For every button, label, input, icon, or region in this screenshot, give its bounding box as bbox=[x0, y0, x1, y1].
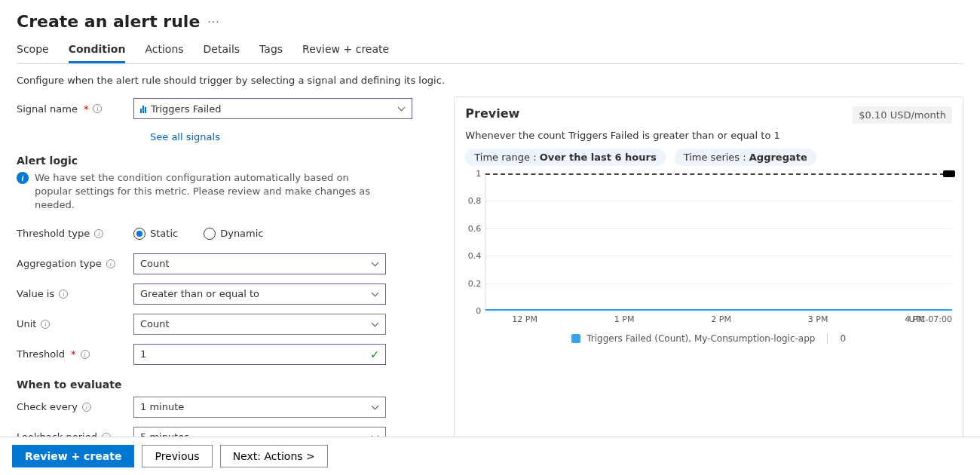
info-icon[interactable]: i bbox=[94, 229, 103, 238]
info-icon[interactable]: i bbox=[81, 350, 90, 359]
legend-value: 0 bbox=[840, 333, 846, 344]
chevron-down-icon bbox=[398, 105, 406, 112]
x-tick: 12 PM bbox=[512, 314, 537, 324]
alert-logic-info-text: We have set the condition configuration … bbox=[35, 171, 381, 213]
tab-bar: Scope Condition Actions Details Tags Rev… bbox=[17, 43, 963, 64]
y-tick: 1 bbox=[476, 169, 485, 179]
value-is-value: Greater than or equal to bbox=[140, 288, 259, 299]
signal-name-value: Triggers Failed bbox=[151, 103, 221, 115]
aggregation-type-value: Count bbox=[140, 258, 170, 269]
threshold-label: Threshold bbox=[17, 348, 65, 360]
required-asterisk: * bbox=[71, 348, 76, 360]
threshold-type-dynamic-label: Dynamic bbox=[220, 228, 263, 239]
previous-button[interactable]: Previous bbox=[142, 445, 212, 467]
chart-plot-area: 1 0.8 0.6 0.4 0.2 0 bbox=[485, 173, 952, 311]
x-tick: 2 PM bbox=[711, 314, 731, 324]
chevron-down-icon bbox=[372, 320, 379, 328]
value-is-dropdown[interactable]: Greater than or equal to bbox=[133, 283, 386, 305]
tab-review-create[interactable]: Review + create bbox=[302, 43, 389, 63]
y-tick: 0.8 bbox=[468, 196, 486, 206]
info-icon[interactable]: i bbox=[82, 403, 91, 412]
form-column: Signal name * i Triggers Failed See all … bbox=[17, 97, 436, 475]
y-tick: 0.2 bbox=[468, 278, 486, 288]
alert-logic-heading: Alert logic bbox=[17, 155, 436, 167]
radio-unchecked-icon bbox=[204, 228, 216, 240]
threshold-value: 1 bbox=[140, 348, 146, 360]
threshold-handle[interactable] bbox=[943, 170, 955, 177]
legend-text: Triggers Failed (Count), My-Consumption-… bbox=[586, 333, 815, 344]
check-every-label: Check every bbox=[17, 401, 78, 412]
preview-chart: 1 0.8 0.6 0.4 0.2 0 12 PM 1 PM 2 PM 3 PM… bbox=[465, 173, 952, 324]
x-tick: 3 PM bbox=[808, 314, 828, 324]
tab-details[interactable]: Details bbox=[204, 43, 240, 63]
preview-description: Whenever the count Triggers Failed is gr… bbox=[465, 130, 952, 141]
time-range-pill[interactable]: Time range : Over the last 6 hours bbox=[465, 149, 665, 166]
legend-swatch bbox=[571, 334, 580, 343]
time-series-value: Aggregate bbox=[749, 152, 807, 163]
time-range-value: Over the last 6 hours bbox=[540, 152, 657, 163]
info-icon: i bbox=[17, 172, 29, 184]
radio-checked-icon bbox=[133, 228, 145, 240]
x-tick: 1 PM bbox=[614, 314, 635, 324]
aggregation-type-label: Aggregation type bbox=[17, 258, 102, 269]
price-badge: $0.10 USD/month bbox=[853, 106, 952, 124]
timezone-label: UTC-07:00 bbox=[909, 314, 952, 324]
unit-value: Count bbox=[140, 318, 170, 329]
required-asterisk: * bbox=[84, 103, 89, 115]
aggregation-type-dropdown[interactable]: Count bbox=[133, 253, 386, 274]
metric-icon bbox=[140, 104, 146, 113]
signal-name-label: Signal name bbox=[17, 103, 78, 115]
threshold-line bbox=[485, 173, 952, 175]
more-actions-icon[interactable]: ··· bbox=[207, 16, 219, 28]
time-range-label: Time range : bbox=[474, 152, 539, 163]
review-create-button[interactable]: Review + create bbox=[12, 445, 134, 467]
chevron-down-icon bbox=[372, 290, 379, 298]
check-every-value: 1 minute bbox=[140, 401, 184, 412]
tab-tags[interactable]: Tags bbox=[259, 43, 283, 63]
see-all-signals-link[interactable]: See all signals bbox=[150, 131, 220, 142]
unit-dropdown[interactable]: Count bbox=[133, 314, 386, 335]
threshold-input[interactable]: 1 ✓ bbox=[133, 344, 386, 365]
footer-bar: Review + create Previous Next: Actions > bbox=[0, 437, 980, 475]
y-tick: 0.4 bbox=[468, 251, 486, 261]
value-is-label: Value is bbox=[17, 288, 54, 299]
preview-card: Preview $0.10 USD/month Whenever the cou… bbox=[454, 97, 963, 475]
info-icon[interactable]: i bbox=[106, 259, 115, 268]
chevron-down-icon bbox=[372, 403, 379, 411]
tab-description: Configure when the alert rule should tri… bbox=[17, 75, 963, 86]
tab-condition[interactable]: Condition bbox=[69, 43, 126, 63]
threshold-type-static-radio[interactable]: Static bbox=[133, 228, 188, 240]
check-every-dropdown[interactable]: 1 minute bbox=[133, 397, 386, 418]
info-icon[interactable]: i bbox=[93, 104, 102, 113]
threshold-type-static-label: Static bbox=[150, 228, 178, 239]
preview-title: Preview bbox=[465, 106, 519, 121]
y-tick: 0.6 bbox=[468, 223, 486, 233]
chevron-down-icon bbox=[372, 260, 379, 268]
time-series-label: Time series : bbox=[684, 152, 749, 163]
unit-label: Unit bbox=[17, 318, 36, 329]
info-icon[interactable]: i bbox=[41, 320, 50, 329]
threshold-type-label: Threshold type bbox=[17, 228, 90, 239]
tab-actions[interactable]: Actions bbox=[145, 43, 183, 63]
time-series-pill[interactable]: Time series : Aggregate bbox=[675, 149, 816, 166]
signal-name-dropdown[interactable]: Triggers Failed bbox=[133, 98, 412, 119]
tab-scope[interactable]: Scope bbox=[17, 43, 49, 63]
next-actions-button[interactable]: Next: Actions > bbox=[220, 445, 328, 467]
valid-check-icon: ✓ bbox=[370, 348, 379, 360]
when-to-evaluate-heading: When to evaluate bbox=[17, 378, 436, 391]
page-title: Create an alert rule bbox=[17, 12, 200, 31]
chart-data-line bbox=[485, 309, 952, 311]
info-icon[interactable]: i bbox=[59, 290, 68, 299]
threshold-type-dynamic-radio[interactable]: Dynamic bbox=[204, 228, 263, 240]
